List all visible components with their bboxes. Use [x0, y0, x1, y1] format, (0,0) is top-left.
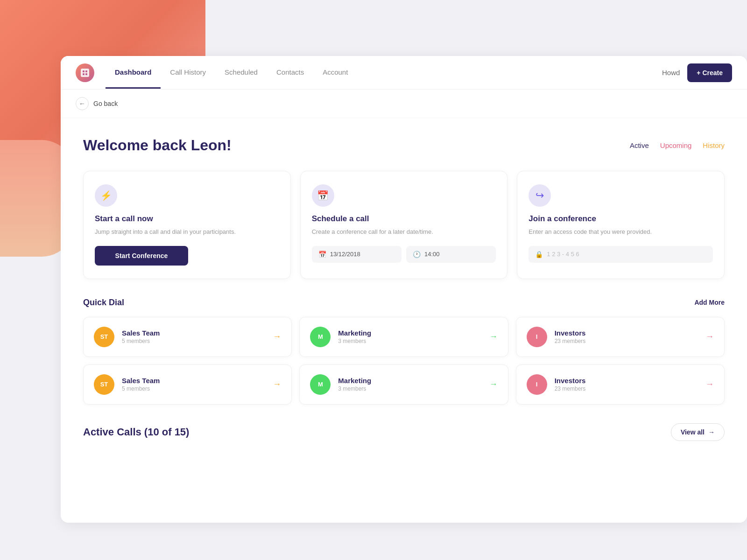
dial-arrow-2: →	[705, 332, 714, 342]
tab-scheduled[interactable]: Scheduled	[215, 57, 267, 89]
access-placeholder: 1 2 3 - 4 5 6	[547, 251, 579, 258]
nav-greeting: Howd	[662, 69, 680, 77]
join-conference-title: Join a conference	[529, 214, 713, 224]
filter-upcoming[interactable]: Upcoming	[660, 141, 692, 149]
dial-avatar-1: M	[310, 327, 331, 347]
nav-tabs: Dashboard Call History Scheduled Contact…	[106, 57, 662, 89]
dial-name-0: Sales Team	[122, 329, 265, 337]
dial-name-1: Marketing	[338, 329, 481, 337]
main-content: Welcome back Leon! Active Upcoming Histo…	[61, 118, 747, 460]
welcome-row: Welcome back Leon! Active Upcoming Histo…	[83, 137, 725, 154]
app-logo[interactable]	[76, 63, 94, 82]
date-field[interactable]: 📅 13/12/2018	[312, 246, 402, 263]
dial-card-4[interactable]: M Marketing 3 members →	[299, 364, 508, 405]
dial-info-4: Marketing 3 members	[338, 377, 481, 392]
clock-icon: 🕐	[413, 251, 421, 258]
dial-card-5[interactable]: I Investors 23 members →	[516, 364, 725, 405]
dial-arrow-3: →	[273, 379, 281, 389]
date-time-row: 📅 13/12/2018 🕐 14:00	[312, 246, 496, 263]
quick-dial-header: Quick Dial Add More	[83, 298, 725, 308]
start-call-card: ⚡ Start a call now Jump straight into a …	[83, 171, 291, 279]
dial-info-1: Marketing 3 members	[338, 329, 481, 344]
tab-call-history[interactable]: Call History	[161, 57, 215, 89]
dial-info-3: Sales Team 5 members	[122, 377, 265, 392]
back-label: Go back	[93, 100, 118, 107]
dial-info-0: Sales Team 5 members	[122, 329, 265, 344]
svg-rect-1	[85, 70, 87, 72]
calendar-icon: 📅	[318, 251, 326, 258]
lock-icon: 🔒	[535, 251, 543, 258]
schedule-call-card: 📅 Schedule a call Create a conference ca…	[300, 171, 508, 279]
dial-name-2: Investors	[555, 329, 698, 337]
back-button[interactable]: ← Go back	[76, 97, 118, 110]
schedule-call-desc: Create a conference call for a later dat…	[312, 227, 496, 237]
active-calls-row: Active Calls (10 of 15) View all →	[83, 423, 725, 441]
dial-members-1: 3 members	[338, 338, 481, 344]
dial-members-4: 3 members	[338, 385, 481, 392]
dial-card-2[interactable]: I Investors 23 members →	[516, 317, 725, 357]
back-arrow-icon: ←	[76, 97, 89, 110]
dial-arrow-1: →	[489, 332, 498, 342]
dial-info-2: Investors 23 members	[555, 329, 698, 344]
dial-card-1[interactable]: M Marketing 3 members →	[299, 317, 508, 357]
filter-history[interactable]: History	[703, 141, 725, 149]
quick-dial-grid: ST Sales Team 5 members → M Marketing 3 …	[83, 317, 725, 405]
main-card: Dashboard Call History Scheduled Contact…	[61, 56, 747, 523]
welcome-title: Welcome back Leon!	[83, 137, 232, 154]
filter-tabs: Active Upcoming History	[630, 141, 725, 149]
dial-members-5: 23 members	[555, 385, 698, 392]
schedule-call-title: Schedule a call	[312, 214, 496, 224]
dial-name-5: Investors	[555, 377, 698, 385]
quick-dial-title: Quick Dial	[83, 298, 124, 308]
svg-rect-2	[83, 73, 85, 75]
join-conference-desc: Enter an access code that you were provi…	[529, 227, 713, 237]
dial-name-4: Marketing	[338, 377, 481, 385]
view-all-label: View all	[681, 428, 705, 436]
dial-members-0: 5 members	[122, 338, 265, 344]
svg-rect-0	[83, 70, 85, 72]
dial-name-3: Sales Team	[122, 377, 265, 385]
start-call-icon: ⚡	[95, 184, 117, 207]
time-field[interactable]: 🕐 14:00	[406, 246, 496, 263]
view-all-button[interactable]: View all →	[671, 423, 725, 441]
dial-avatar-2: I	[527, 327, 547, 347]
tab-account[interactable]: Account	[313, 57, 357, 89]
access-code-field[interactable]: 🔒 1 2 3 - 4 5 6	[529, 246, 713, 263]
join-conference-icon: ↪	[529, 184, 551, 207]
time-value: 14:00	[424, 251, 440, 258]
dial-arrow-5: →	[705, 379, 714, 389]
view-all-arrow-icon: →	[708, 428, 715, 436]
dial-members-3: 5 members	[122, 385, 265, 392]
start-call-desc: Jump straight into a call and dial in yo…	[95, 227, 279, 237]
action-cards: ⚡ Start a call now Jump straight into a …	[83, 171, 725, 279]
add-more-button[interactable]: Add More	[694, 299, 725, 306]
dial-avatar-5: I	[527, 374, 547, 395]
dial-card-3[interactable]: ST Sales Team 5 members →	[83, 364, 292, 405]
dial-avatar-4: M	[310, 374, 331, 395]
nav-right: Howd + Create	[662, 63, 732, 82]
date-value: 13/12/2018	[330, 251, 360, 258]
schedule-call-icon: 📅	[312, 184, 334, 207]
dial-arrow-0: →	[273, 332, 281, 342]
filter-active[interactable]: Active	[630, 141, 649, 149]
start-call-title: Start a call now	[95, 214, 279, 224]
start-conference-button[interactable]: Start Conference	[95, 246, 188, 266]
navigation: Dashboard Call History Scheduled Contact…	[61, 56, 747, 90]
dial-avatar-3: ST	[94, 374, 114, 395]
dial-card-0[interactable]: ST Sales Team 5 members →	[83, 317, 292, 357]
dial-members-2: 23 members	[555, 338, 698, 344]
tab-dashboard[interactable]: Dashboard	[106, 57, 161, 89]
create-button[interactable]: + Create	[687, 63, 732, 82]
back-bar: ← Go back	[61, 90, 747, 118]
svg-rect-3	[85, 73, 87, 75]
dial-arrow-4: →	[489, 379, 498, 389]
active-calls-title: Active Calls (10 of 15)	[83, 426, 189, 438]
tab-contacts[interactable]: Contacts	[267, 57, 313, 89]
dial-avatar-0: ST	[94, 327, 114, 347]
logo-icon	[81, 69, 89, 77]
join-conference-card: ↪ Join a conference Enter an access code…	[517, 171, 725, 279]
dial-info-5: Investors 23 members	[555, 377, 698, 392]
